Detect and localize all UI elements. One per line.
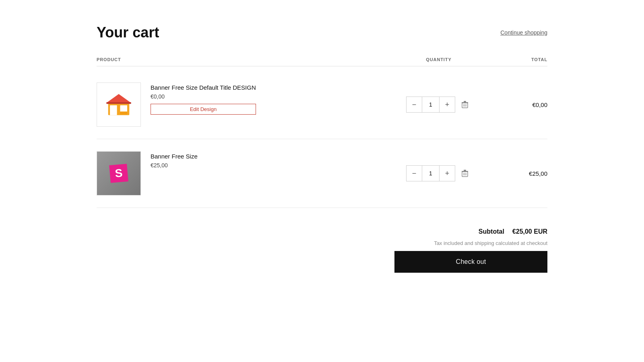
checkout-button[interactable]: Check out [394, 251, 547, 273]
table-row: S Banner Free Size €25,00 − + [97, 139, 547, 208]
quantity-control-2: − + [406, 165, 455, 181]
product-cell-1: Banner Free Size Default Title DESIGN €0… [97, 82, 394, 127]
subtotal-label: Subtotal [479, 228, 504, 235]
quantity-increase-1[interactable]: + [440, 97, 455, 112]
product-name-2: Banner Free Size [151, 153, 198, 160]
product-image-1 [97, 82, 141, 127]
svg-rect-1 [110, 105, 117, 115]
delete-item-1[interactable] [458, 98, 471, 111]
cart-summary: Subtotal €25,00 EUR Tax included and shi… [97, 228, 547, 273]
item-total-2: €25,00 [483, 170, 547, 177]
product-name-1: Banner Free Size Default Title DESIGN [151, 84, 256, 91]
quantity-increase-2[interactable]: + [440, 166, 455, 181]
svg-rect-2 [120, 105, 128, 112]
trash-icon [461, 169, 469, 177]
page-container: Your cart Continue shopping PRODUCT QUAN… [80, 0, 564, 305]
col-quantity-header: QUANTITY [394, 57, 483, 62]
tax-note: Tax included and shipping calculated at … [434, 240, 547, 246]
trash-icon [461, 101, 469, 109]
cart-header: Your cart Continue shopping [97, 24, 547, 41]
edit-design-button[interactable]: Edit Design [151, 104, 256, 115]
product-cell-2: S Banner Free Size €25,00 [97, 151, 394, 195]
svg-marker-3 [106, 94, 131, 103]
svg-rect-4 [106, 102, 131, 104]
svg-rect-13 [464, 170, 466, 171]
svg-rect-7 [464, 101, 466, 102]
table-header: PRODUCT QUANTITY TOTAL [97, 57, 547, 66]
subtotal-value: €25,00 EUR [512, 228, 547, 235]
page-title: Your cart [97, 24, 159, 41]
col-total-header: TOTAL [483, 57, 547, 62]
cart-table: PRODUCT QUANTITY TOTAL [97, 57, 547, 208]
quantity-cell-1: − + [394, 97, 483, 113]
quantity-input-2[interactable] [422, 166, 440, 181]
banner-s-icon: S [109, 164, 128, 183]
col-product-header: PRODUCT [97, 57, 394, 62]
table-row: Banner Free Size Default Title DESIGN €0… [97, 70, 547, 139]
quantity-input-1[interactable] [422, 97, 440, 112]
product-price-1: €0,00 [151, 93, 256, 100]
product-info-1: Banner Free Size Default Title DESIGN €0… [151, 82, 256, 115]
item-total-1: €0,00 [483, 101, 547, 108]
banner-preview-icon: S [97, 152, 140, 195]
subtotal-row: Subtotal €25,00 EUR [479, 228, 547, 235]
quantity-control-1: − + [406, 97, 455, 113]
svg-rect-5 [120, 112, 128, 115]
product-price-2: €25,00 [151, 162, 198, 169]
quantity-decrease-1[interactable]: − [407, 97, 422, 112]
product-info-2: Banner Free Size €25,00 [151, 151, 198, 169]
store-icon [105, 90, 133, 119]
delete-item-2[interactable] [458, 167, 471, 180]
continue-shopping-button[interactable]: Continue shopping [500, 29, 547, 36]
product-image-2: S [97, 151, 141, 195]
quantity-decrease-2[interactable]: − [407, 166, 422, 181]
quantity-cell-2: − + [394, 165, 483, 181]
